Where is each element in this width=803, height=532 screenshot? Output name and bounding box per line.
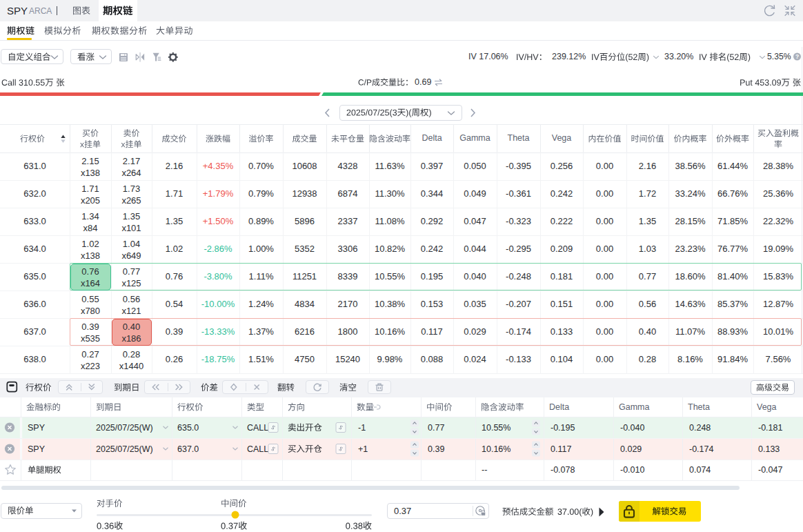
svg-text:?: ? — [795, 53, 799, 60]
